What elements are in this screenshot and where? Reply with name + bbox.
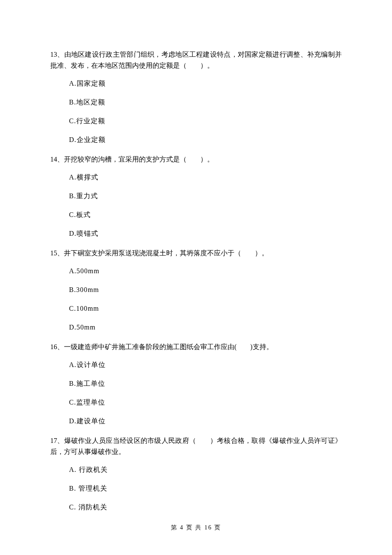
option-b: B.重力式 [69,191,342,201]
option-c: C.行业定额 [69,116,342,126]
option-a: A.国家定额 [69,79,342,88]
option-list: A.500mm B.300mm C.100mm D.50mm [50,266,342,332]
option-a: A.500mm [69,266,342,276]
option-a: A.设计单位 [69,360,342,370]
option-list: A.横撑式 B.重力式 C.板式 D.喷锚式 [50,173,342,238]
option-b: B.300mm [69,285,342,295]
option-a: A. 行政机关 [69,465,342,474]
question-14: 14、开挖较窄的沟槽，宜采用的支护方式是（ ）。 A.横撑式 B.重力式 C.板… [50,154,342,238]
question-stem: 14、开挖较窄的沟槽，宜采用的支护方式是（ ）。 [50,154,342,165]
option-c: C.监理单位 [69,398,342,407]
option-d: D.企业定额 [69,135,342,145]
option-list: A.设计单位 B.施工单位 C.监理单位 D.建设单位 [50,360,342,426]
question-stem: 16、一级建造师中矿井施工准备阶段的施工图纸会审工作应由( )支持。 [50,341,342,353]
document-page: 13、由地区建设行政主管部门组织，考虑地区工程建设特点，对国家定额进行调整、补充… [0,0,392,555]
option-a: A.横撑式 [69,173,342,182]
option-d: D.50mm [69,323,342,332]
question-17: 17、爆破作业人员应当经设区的市级人民政府（ ）考核合格，取得《爆破作业人员许可… [50,435,342,512]
option-b: B.施工单位 [69,379,342,388]
option-c: C. 消防机关 [69,503,342,512]
page-footer: 第 4 页 共 16 页 [0,524,392,532]
option-list: A. 行政机关 B. 管理机关 C. 消防机关 [50,465,342,512]
question-13: 13、由地区建设行政主管部门组织，考虑地区工程建设特点，对国家定额进行调整、补充… [50,49,342,145]
question-stem: 13、由地区建设行政主管部门组织，考虑地区工程建设特点，对国家定额进行调整、补充… [50,49,342,71]
option-d: D.喷锚式 [69,229,342,238]
question-16: 16、一级建造师中矿井施工准备阶段的施工图纸会审工作应由( )支持。 A.设计单… [50,341,342,426]
question-stem: 17、爆破作业人员应当经设区的市级人民政府（ ）考核合格，取得《爆破作业人员许可… [50,435,342,457]
option-c: C.100mm [69,304,342,313]
option-c: C.板式 [69,210,342,220]
option-b: B. 管理机关 [69,484,342,493]
question-stem: 15、井下硐室支护采用泵送现浇混凝土时，其坍落度不应小于（ ）。 [50,248,342,259]
option-d: D.建设单位 [69,416,342,426]
option-b: B.地区定额 [69,98,342,107]
option-list: A.国家定额 B.地区定额 C.行业定额 D.企业定额 [50,79,342,145]
question-15: 15、井下硐室支护采用泵送现浇混凝土时，其坍落度不应小于（ ）。 A.500mm… [50,248,342,332]
